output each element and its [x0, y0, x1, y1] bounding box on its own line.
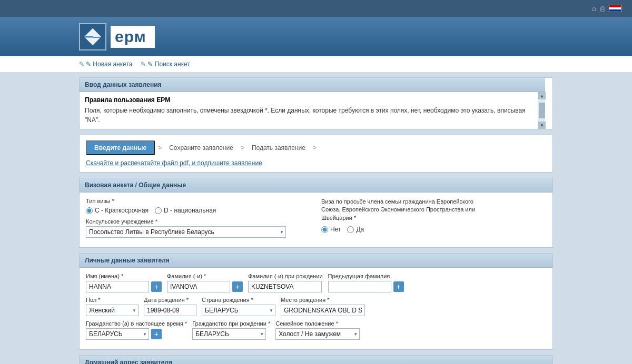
- nav-bar: ✎ ✎ Новая анкета ✎ ✎ Поиск анкет: [0, 56, 632, 72]
- svg-marker-1: [84, 37, 101, 45]
- visa-type-field: Тип визы * С - Краткосрочная D - национа…: [86, 198, 216, 214]
- last-name-field: Фамилия (-и) * +: [167, 273, 243, 292]
- visa-type-radio-group: С - Краткосрочная D - национальная: [86, 207, 216, 214]
- birth-place-input[interactable]: [281, 305, 365, 316]
- family-visa-radio-group: Нет Да: [321, 226, 546, 233]
- visa-type-c-text: С - Краткосрочная: [95, 207, 149, 214]
- intro-content: Правила пользования EPM Поля, которые не…: [80, 92, 538, 129]
- visa-right: Виза по просьбе члена семьи гражданина Е…: [321, 198, 546, 242]
- birth-country-label: Страна рождения *: [202, 297, 275, 303]
- marital-select[interactable]: Холост / Не замужем: [275, 328, 360, 340]
- family-visa-no-radio[interactable]: [321, 226, 328, 233]
- visa-type-d-label[interactable]: D - национальная: [155, 207, 216, 214]
- family-visa-label: Виза по просьбе члена семьи гражданина Е…: [321, 198, 479, 222]
- gender-field: Пол * Женский Мужской: [86, 297, 139, 316]
- consulate-row: Консульское учреждение * Посольство Литв…: [86, 218, 311, 238]
- new-form-icon: ✎: [79, 60, 84, 68]
- arrow2: >: [241, 144, 244, 151]
- scroll-down[interactable]: ▼: [538, 122, 546, 129]
- rules-title: Правила пользования EPM: [85, 96, 532, 104]
- last-name-label: Фамилия (-и) *: [167, 273, 243, 279]
- add-last-name-btn[interactable]: +: [232, 281, 243, 292]
- svg-marker-0: [84, 28, 101, 37]
- intro-title: Ввод данных заявления: [80, 78, 545, 92]
- nav-new-form[interactable]: ✎ ✎ Новая анкета: [79, 60, 132, 68]
- consulate-field: Консульское учреждение * Посольство Литв…: [86, 218, 286, 238]
- scrollbar[interactable]: ▲ ▼: [538, 92, 545, 129]
- personal-section: Личные данные заявителя Имя (имена) * + …: [79, 253, 553, 350]
- step1-button[interactable]: Введите данные: [86, 140, 155, 155]
- visa-type-row: Тип визы * С - Краткосрочная D - национа…: [86, 198, 311, 214]
- birth-country-field: Страна рождения * БЕЛАРУСЬ: [202, 297, 275, 316]
- family-visa-yes-radio[interactable]: [347, 226, 354, 233]
- birth-last-name-field: Фамилия (-и) при рождении: [248, 273, 323, 292]
- birth-place-label: Место рождения *: [281, 297, 365, 303]
- citizenship-select[interactable]: БЕЛАРУСЬ: [86, 328, 149, 340]
- visa-section: Визовая анкета / Общие данные Тип визы *…: [79, 178, 553, 248]
- visa-type-d-radio[interactable]: [155, 207, 162, 214]
- top-bar: ⌂ ⎙: [0, 0, 632, 17]
- add-prev-last-name-btn[interactable]: +: [393, 281, 404, 292]
- first-name-input[interactable]: [86, 281, 149, 292]
- arrow3: >: [313, 144, 317, 151]
- scroll-up[interactable]: ▲: [538, 92, 546, 99]
- birth-last-name-input[interactable]: [248, 281, 322, 292]
- dob-input[interactable]: [144, 305, 196, 316]
- citizenship-field: Гражданство (а) в настоящее время * БЕЛА…: [86, 320, 187, 340]
- citizenship-label: Гражданство (а) в настоящее время *: [86, 320, 187, 327]
- birth-country-select[interactable]: БЕЛАРУСЬ: [202, 305, 275, 316]
- arrow1: >: [158, 144, 162, 151]
- marital-label: Семейное положение *: [275, 320, 360, 327]
- family-visa-no-text: Нет: [330, 226, 341, 233]
- rules-text: Поля, которые необходимо заполнить, отме…: [85, 106, 532, 125]
- step3-label: Подать заявление: [248, 141, 310, 154]
- steps-box: Введите данные > Сохраните заявление > П…: [79, 135, 553, 173]
- print-icon[interactable]: ⎙: [600, 4, 605, 13]
- logo-area: ерм: [79, 23, 553, 50]
- visa-left: Тип визы * С - Краткосрочная D - национа…: [86, 198, 311, 242]
- intro-box: Ввод данных заявления Правила пользовани…: [79, 77, 553, 129]
- last-name-input[interactable]: [167, 281, 230, 292]
- birth-citizenship-select[interactable]: БЕЛАРУСЬ: [192, 328, 266, 340]
- personal-row2: Пол * Женский Мужской Дата рождения * Ст…: [86, 297, 546, 316]
- family-visa-field: Виза по просьбе члена семьи гражданина Е…: [321, 198, 546, 233]
- gender-label: Пол *: [86, 297, 139, 303]
- prev-last-name-label: Предыдущая фамилия: [328, 273, 404, 279]
- dob-field: Дата рождения *: [144, 297, 196, 316]
- add-citizenship-btn[interactable]: +: [151, 329, 162, 339]
- visa-type-label: Тип визы *: [86, 198, 216, 204]
- visa-type-c-radio[interactable]: [86, 207, 93, 214]
- prev-last-name-input[interactable]: [328, 281, 391, 292]
- visa-section-header: Визовая анкета / Общие данные: [80, 178, 552, 193]
- visa-type-c-label[interactable]: С - Краткосрочная: [86, 207, 149, 214]
- logo-text: ерм: [115, 28, 146, 45]
- family-visa-yes-label[interactable]: Да: [347, 226, 364, 233]
- logo-box: [79, 23, 106, 50]
- language-icon[interactable]: [609, 5, 621, 12]
- main-wrapper: Ввод данных заявления Правила пользовани…: [68, 72, 564, 364]
- birth-citizenship-label: Гражданство при рождении *: [192, 320, 270, 327]
- visa-type-d-text: D - национальная: [164, 207, 216, 214]
- consulate-select[interactable]: Посольство Литвы в Республике Беларусь: [86, 226, 286, 238]
- nav-search-form[interactable]: ✎ ✎ Поиск анкет: [141, 60, 190, 68]
- header: ерм: [0, 17, 632, 56]
- home-icon[interactable]: ⌂: [592, 4, 596, 13]
- logo-text-box: ерм: [111, 26, 155, 48]
- prev-last-name-field: Предыдущая фамилия +: [328, 273, 404, 292]
- consulate-label: Консульское учреждение *: [86, 218, 286, 225]
- step2-label: Сохраните заявление: [165, 141, 238, 154]
- search-form-icon: ✎: [141, 60, 146, 68]
- marital-field: Семейное положение * Холост / Не замужем: [275, 320, 360, 340]
- first-name-field: Имя (имена) * +: [86, 273, 162, 292]
- family-visa-yes-text: Да: [356, 226, 364, 233]
- gender-select[interactable]: Женский Мужской: [86, 305, 139, 316]
- pdf-note[interactable]: Скачайте и распечатайте файл pdf, и подп…: [86, 159, 262, 167]
- personal-row3: Гражданство (а) в настоящее время * БЕЛА…: [86, 320, 546, 340]
- personal-section-body: Имя (имена) * + Фамилия (-и) * + Фамилия…: [80, 268, 552, 349]
- visa-section-body: Тип визы * С - Краткосрочная D - национа…: [80, 193, 552, 247]
- dob-label: Дата рождения *: [144, 297, 196, 303]
- birth-place-field: Место рождения *: [281, 297, 365, 316]
- family-visa-no-label[interactable]: Нет: [321, 226, 341, 233]
- svg-marker-3: [93, 37, 101, 45]
- add-first-name-btn[interactable]: +: [151, 281, 162, 292]
